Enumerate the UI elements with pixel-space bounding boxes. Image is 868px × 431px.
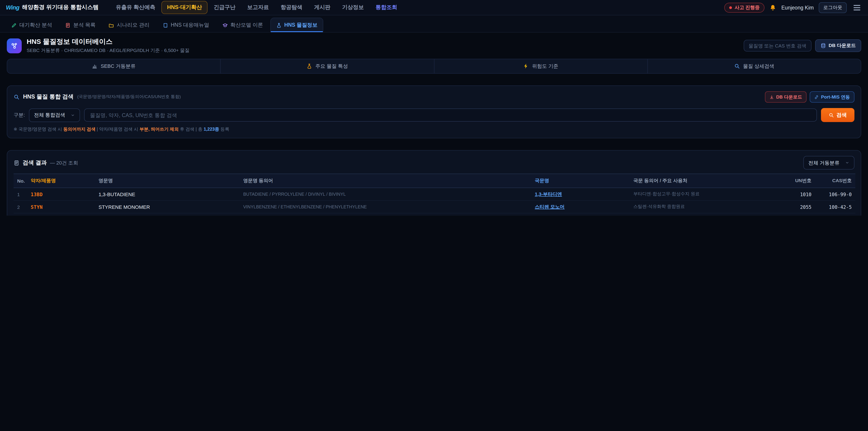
db-download-button[interactable]: DB 다운로드 xyxy=(815,39,861,52)
search-panel-actions: DB 다운로드 Port-MIS 연동 xyxy=(765,91,855,102)
cell-no: 1 xyxy=(13,188,27,201)
subtab-hns-info[interactable]: HNS 물질정보 xyxy=(270,18,323,32)
results-table: No.약자/제품명영문명영문명 동의어국문명국문 동의어 / 주요 사용처UN번… xyxy=(13,174,855,216)
user-name: Eunjeong Kim xyxy=(781,5,814,10)
nav-hns-dispersion[interactable]: HNS·대기확산 xyxy=(162,1,208,14)
substance-link[interactable]: 1,3-부타디엔 xyxy=(535,191,562,196)
nav-weather[interactable]: 기상정보 xyxy=(337,1,369,14)
col-abbr: 약자/제품명 xyxy=(27,174,95,188)
nav-integrated-search[interactable]: 통합조회 xyxy=(370,1,403,14)
results-table-head-row: No.약자/제품명영문명영문명 동의어국문명국문 동의어 / 주요 사용처UN번… xyxy=(13,174,855,188)
cell-num: 2055 xyxy=(788,201,815,213)
cell-num: 2810 xyxy=(788,213,815,216)
pencil-icon xyxy=(11,22,17,28)
subtab-analysis-list[interactable]: 분석 목록 xyxy=(59,18,101,32)
bell-icon[interactable] xyxy=(770,4,776,11)
subtab-hns-manual[interactable]: HNS 대응매뉴얼 xyxy=(157,18,215,32)
nav-reports[interactable]: 보고자료 xyxy=(242,1,274,14)
cell-en: STYRENE MONOMER xyxy=(95,201,240,213)
search-panel: HNS 물질 통합 검색 (국문명/영문명/약자/제품명/동의어/CAS/UN번… xyxy=(7,86,861,138)
note-segment: 총 xyxy=(198,127,204,131)
feature-sebc-label: SEBC 거동분류 xyxy=(101,63,135,70)
cell-no: 3 xyxy=(13,213,27,216)
feature-properties[interactable]: 주요 물질 특성 xyxy=(221,59,434,73)
table-row[interactable]: 2STYNSTYRENE MONOMERVINYLBENZENE / ETHEN… xyxy=(13,201,855,213)
menu-icon[interactable] xyxy=(852,3,862,12)
database-icon xyxy=(820,43,826,49)
cell-krsyn: 부틸렌글리콜·플라스틱 가소제 원료 xyxy=(630,213,788,216)
unified-search-input[interactable] xyxy=(84,109,817,122)
subtab-dispersion-analysis-label: 대기확산 분석 xyxy=(20,22,52,29)
nav-oil-spill[interactable]: 유출유 확산예측 xyxy=(110,1,161,14)
table-row[interactable]: 314BD1,4-BUTANEDIOLBUTANE-1,4-DIOL / TET… xyxy=(13,213,855,216)
category-label: 구분: xyxy=(13,112,25,118)
link-icon xyxy=(814,95,819,99)
quick-search-input[interactable] xyxy=(744,40,811,52)
feature-sebc[interactable]: SEBC 거동분류 xyxy=(7,59,221,73)
results-table-body: 113BD1,3-BUTADIENEBUTADIENE / PYRROLYLEN… xyxy=(13,188,855,216)
results-panel: 검색 결과 — 20건 조회 전체 거동분류 No.약자/제품명영문명영문명 동… xyxy=(7,150,861,216)
feature-risk-label: 위험도 기준 xyxy=(532,63,558,70)
download-icon xyxy=(770,95,774,99)
portmis-link-button[interactable]: Port-MIS 연동 xyxy=(810,91,855,102)
behavior-filter-select[interactable]: 전체 거동분류 xyxy=(803,156,855,170)
search-button[interactable]: 검색 xyxy=(821,108,855,122)
search-panel-header: HNS 물질 통합 검색 (국문명/영문명/약자/제품명/동의어/CAS/UN번… xyxy=(13,91,855,102)
cell-krsyn: 스틸렌·석유화학 중합원료 xyxy=(630,201,788,213)
subtab-model-theory[interactable]: 확산모델 이론 xyxy=(216,18,269,32)
page-header: HNS 물질정보 데이터베이스 SEBC 거동분류 · CHRIS/CAMEO … xyxy=(0,33,868,58)
cell-num: 106-99-0 xyxy=(815,188,855,201)
results-header: 검색 결과 — 20건 조회 전체 거동분류 xyxy=(13,156,855,170)
feature-risk[interactable]: 위험도 기준 xyxy=(434,59,648,73)
doc-icon xyxy=(65,22,70,28)
cell-syn: BUTANE-1,4-DIOL / TETRAMETHYLENE GLYCOL xyxy=(240,213,531,216)
nav-board[interactable]: 게시판 xyxy=(309,1,336,14)
cell-syn: BUTADIENE / PYRROLYLENE / DIVINYL / BIVI… xyxy=(240,188,531,201)
results-count: — 20건 조회 xyxy=(50,159,78,166)
search-note: ※ 국문명/영문명 검색 시 동의어까지 검색 | 약자/제품명 검색 시 부분… xyxy=(13,127,855,132)
subnav: 대기확산 분석분석 목록시나리오 관리HNS 대응매뉴얼확산모델 이론HNS 물… xyxy=(0,16,868,33)
category-select[interactable]: 전체 통합검색 xyxy=(29,108,80,122)
page-subtitle: SEBC 거동분류 · CHRIS/CAMEO DB · AEGL/ERPG/I… xyxy=(27,48,190,54)
page-header-actions: DB 다운로드 xyxy=(744,39,861,52)
incident-label: 사고 진행중 xyxy=(735,4,760,11)
subtab-scenario[interactable]: 시나리오 관리 xyxy=(103,18,155,32)
incident-dot-icon xyxy=(729,6,732,9)
app-logo[interactable]: Wing 해양환경 위기대응 통합시스템 xyxy=(6,4,98,11)
subtab-hns-manual-label: HNS 대응매뉴얼 xyxy=(170,22,209,29)
feature-tab-bar: SEBC 거동분류주요 물질 특성위험도 기준물질 상세검색 xyxy=(7,59,861,74)
cell-kr: 1,4-부탄디올 xyxy=(531,213,630,216)
portmis-label: Port-MIS 연동 xyxy=(821,94,850,100)
logout-button[interactable]: 로그아웃 xyxy=(819,2,847,13)
molecule-icon xyxy=(7,38,22,53)
table-row[interactable]: 113BD1,3-BUTADIENEBUTADIENE / PYRROLYLEN… xyxy=(13,188,855,201)
cell-krsyn: 부타디엔·합성고무·합성수지 원료 xyxy=(630,188,788,201)
page-title: HNS 물질정보 데이터베이스 xyxy=(27,37,190,46)
search-icon xyxy=(13,94,20,100)
flask-icon xyxy=(276,22,282,28)
feature-detail-search[interactable]: 물질 상세검색 xyxy=(648,59,861,73)
col-kr-name: 국문명 xyxy=(531,174,630,188)
search-icon xyxy=(734,63,740,69)
note-segment: 후 검색 | xyxy=(179,127,198,131)
subtab-dispersion-analysis[interactable]: 대기확산 분석 xyxy=(5,18,58,32)
cell-abbr: 14BD xyxy=(27,213,95,216)
subtab-model-theory-label: 확산모델 이론 xyxy=(230,22,263,29)
app-logo-icon: Wing xyxy=(6,4,19,11)
nav-rescue[interactable]: 긴급구난 xyxy=(209,1,241,14)
note-segment: 1,223종 xyxy=(204,127,219,131)
bolt-icon xyxy=(523,63,529,69)
nav-aerial-search[interactable]: 항공탐색 xyxy=(275,1,308,14)
chevron-down-icon xyxy=(70,113,75,117)
note-segment: | 약자/제품명 검색 시 xyxy=(96,127,140,131)
col-un-number: UN번호 xyxy=(788,174,815,188)
substance-link[interactable]: 스티렌 모노머 xyxy=(535,204,565,209)
hns-database-page: Wing 해양환경 위기대응 통합시스템 유출유 확산예측HNS·대기확산긴급구… xyxy=(0,0,868,216)
search-button-label: 검색 xyxy=(836,112,847,118)
search-db-download-button[interactable]: DB 다운로드 xyxy=(765,91,807,102)
db-download-label: DB 다운로드 xyxy=(829,42,856,49)
incident-status-badge[interactable]: 사고 진행중 xyxy=(724,2,765,12)
col-en-synonyms: 영문명 동의어 xyxy=(240,174,531,188)
cell-kr: 스티렌 모노머 xyxy=(531,201,630,213)
col-kr-synonyms: 국문 동의어 / 주요 사용처 xyxy=(630,174,788,188)
